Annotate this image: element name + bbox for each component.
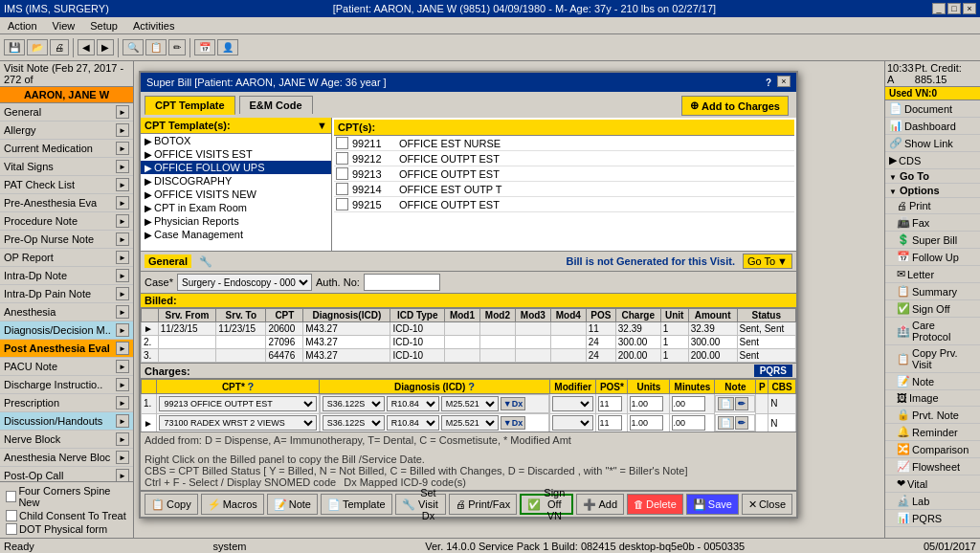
right-item-super-bill[interactable]: 💲 Super Bill <box>885 232 980 249</box>
cpt-check-99215[interactable] <box>336 198 348 210</box>
right-item-pqrs[interactable]: 📊 PQRS <box>885 510 980 527</box>
toolbar-btn-5[interactable]: ▶ <box>97 39 114 55</box>
right-item-vital[interactable]: ❤ Vital <box>885 476 980 493</box>
general-info-icon[interactable]: 🔧 <box>199 255 212 268</box>
template-item-cpt-exam[interactable]: ▶ CPT in Exam Room <box>141 201 331 214</box>
template-item-botox[interactable]: ▶ BOTOX <box>141 134 331 147</box>
right-item-sign-off[interactable]: ✅ Sign Off <box>885 300 980 318</box>
sidebar-item-post-anes[interactable]: Post Anesthesia Eval► <box>0 340 133 358</box>
cpt-item-99213[interactable]: 99213 OFFICE OUTPT EST <box>334 166 794 182</box>
ch-r1-pos-input[interactable] <box>598 396 622 411</box>
ch-r1-diag-select3[interactable]: M25.521 <box>441 396 499 411</box>
ch-r2-diag-select3[interactable]: M25.521 <box>441 415 499 431</box>
ch-r2-dx-btn[interactable]: ▼Dx <box>501 416 525 430</box>
add-btn[interactable]: ➕ Add <box>576 494 624 515</box>
sidebar-item-op-report[interactable]: OP Report► <box>0 249 133 267</box>
right-item-copy-prv[interactable]: 📋 Copy Prv. Visit <box>885 345 980 373</box>
set-visit-dx-btn[interactable]: 🔧 Set Visit Dx <box>395 494 447 515</box>
toolbar-btn-6[interactable]: 🔍 <box>122 39 144 55</box>
right-item-follow-up[interactable]: 📅 Follow Up <box>885 249 980 266</box>
macros-btn[interactable]: ⚡ Macros <box>201 494 264 515</box>
cpt-check-99212[interactable] <box>336 152 348 165</box>
cpt-check-99211[interactable] <box>336 137 348 149</box>
checkbox-four-corners[interactable] <box>6 491 16 502</box>
toolbar-btn-4[interactable]: ◀ <box>78 39 95 55</box>
sidebar-item-general[interactable]: General► <box>0 103 133 122</box>
right-item-care-protocol[interactable]: 🏥 Care Protocol <box>885 318 980 345</box>
template-item-office-visits-est[interactable]: ▶ OFFICE VISITS EST <box>141 147 331 161</box>
ch-r2-mod-select[interactable] <box>552 415 593 431</box>
sidebar-item-intra-pain[interactable]: Intra-Dp Pain Note► <box>0 285 133 303</box>
ch-r1-note-btn2[interactable]: ✏ <box>735 397 748 410</box>
tab-em-code[interactable]: E&M Code <box>239 96 313 114</box>
tab-cpt-template[interactable]: CPT Template <box>145 96 235 115</box>
print-fax-btn[interactable]: 🖨 Print/Fax <box>449 494 517 515</box>
toolbar-btn-3[interactable]: 🖨 <box>50 39 69 55</box>
sidebar-item-anesthesia[interactable]: Anesthesia► <box>0 303 133 321</box>
cpt-check-99213[interactable] <box>336 167 348 180</box>
right-item-cds[interactable]: ▶ CDS <box>885 152 980 169</box>
maximize-btn[interactable]: □ <box>947 3 961 14</box>
template-item-discography[interactable]: ▶ DISCOGRAPHY <box>141 174 331 188</box>
template-item-physician[interactable]: ▶ Physician Reports <box>141 214 331 228</box>
ch-r1-note-btn1[interactable]: 📄 <box>718 397 734 410</box>
ch-r2-diag-select1[interactable]: S36.122S <box>323 415 385 431</box>
cpt-item-99212[interactable]: 99212 OFFICE OUTPT EST <box>334 151 794 166</box>
sidebar-bottom-four-corners[interactable]: Four Corners Spine New <box>2 484 131 509</box>
sidebar-item-intra-dp[interactable]: Intra-Dp Note► <box>0 267 133 285</box>
ch-r2-diag-select2[interactable]: R10.84 <box>387 415 439 431</box>
add-to-charges-btn[interactable]: ⊕ Add to Charges <box>681 96 789 116</box>
toolbar-btn-8[interactable]: ✏ <box>168 39 186 55</box>
sidebar-item-prescription[interactable]: Prescription► <box>0 394 133 412</box>
ch-r2-note-btn2[interactable]: ✏ <box>735 416 748 430</box>
right-item-letter[interactable]: ✉ Letter <box>885 266 980 283</box>
cpt-item-99211[interactable]: 99211 OFFICE EST NURSE <box>334 136 794 151</box>
ch-r1-diag-select1[interactable]: S36.122S <box>323 396 385 411</box>
case-select[interactable]: Surgery - Endoscopy - 000 <box>177 274 312 291</box>
sidebar-item-pre-anesthesia[interactable]: Pre-Anesthesia Eva► <box>0 194 133 212</box>
billed-row-3[interactable]: 3. 64476 M43.27 ICD-10 <box>142 349 796 363</box>
menu-setup[interactable]: Setup <box>86 19 122 33</box>
ch-r1-dx-btn[interactable]: ▼Dx <box>501 397 525 410</box>
ch-r1-mod-select[interactable] <box>552 396 593 411</box>
ch-r2-note-btn1[interactable]: 📄 <box>718 416 734 430</box>
ch-r1-diag-select2[interactable]: R10.84 <box>387 396 439 411</box>
sidebar-item-vitals[interactable]: Vital Signs► <box>0 158 133 176</box>
toolbar-btn-10[interactable]: 👤 <box>217 39 238 55</box>
sidebar-item-pacu[interactable]: PACU Note► <box>0 358 133 376</box>
toolbar-btn-7[interactable]: 📋 <box>145 39 167 55</box>
sidebar-item-discharge[interactable]: Discharge Instructio..► <box>0 376 133 394</box>
cpt-item-99214[interactable]: 99214 OFFICE EST OUTP T <box>334 182 794 197</box>
ch-r2-pos-input[interactable] <box>598 415 622 431</box>
cpt-item-99215[interactable]: 99215 OFFICE OUTPT EST <box>334 197 794 212</box>
checkbox-child-consent[interactable] <box>6 510 17 521</box>
right-section-goto[interactable]: ▼ Go To <box>885 169 980 184</box>
sidebar-item-pat-check[interactable]: PAT Check List► <box>0 176 133 194</box>
auth-input[interactable] <box>364 274 440 291</box>
right-item-document[interactable]: 📄 Document <box>885 100 980 118</box>
ch-r1-units-input[interactable] <box>630 396 663 411</box>
close-modal-btn[interactable]: ✕ Close <box>742 494 792 515</box>
template-item-office-follow[interactable]: ▶ OFFICE FOLLOW UPS <box>141 161 331 174</box>
ch-r2-cpt-select[interactable]: 73100 RADEX WRST 2 VIEWS <box>159 415 316 431</box>
right-item-reminder[interactable]: 🔔 Reminder <box>885 424 980 441</box>
template-item-case-mgmt[interactable]: ▶ Case Management <box>141 228 331 241</box>
billed-row-1[interactable]: ► 11/23/15 11/23/15 20600 M43.27 ICD-10 <box>142 322 796 336</box>
sidebar-item-anes-nerve[interactable]: Anesthesia Nerve Bloc► <box>0 449 133 467</box>
right-item-fax[interactable]: 📠 Fax <box>885 214 980 232</box>
ch-r1-cpt-select[interactable]: 99213 OFFICE OUTPT EST <box>159 396 316 411</box>
right-item-comparison[interactable]: 🔀 Comparison <box>885 441 980 458</box>
copy-btn[interactable]: 📋 Copy <box>145 494 198 515</box>
template-item-office-new[interactable]: ▶ OFFICE VISITS NEW <box>141 188 331 201</box>
ch-r2-min-input[interactable] <box>672 415 705 431</box>
menu-activities[interactable]: Activities <box>129 19 178 33</box>
minimize-btn[interactable]: _ <box>932 3 946 14</box>
sidebar-item-allergy[interactable]: Allergy► <box>0 122 133 140</box>
template-btn[interactable]: 📄 Template <box>321 494 392 515</box>
sidebar-item-nerve-block[interactable]: Nerve Block► <box>0 431 133 449</box>
right-section-options[interactable]: ▼ Options <box>885 184 980 198</box>
sidebar-item-procedure[interactable]: Procedure Note► <box>0 212 133 231</box>
right-item-prvt-note[interactable]: 🔒 Prvt. Note <box>885 407 980 424</box>
note-btn[interactable]: 📝 Note <box>267 494 318 515</box>
menu-action[interactable]: Action <box>4 19 41 33</box>
